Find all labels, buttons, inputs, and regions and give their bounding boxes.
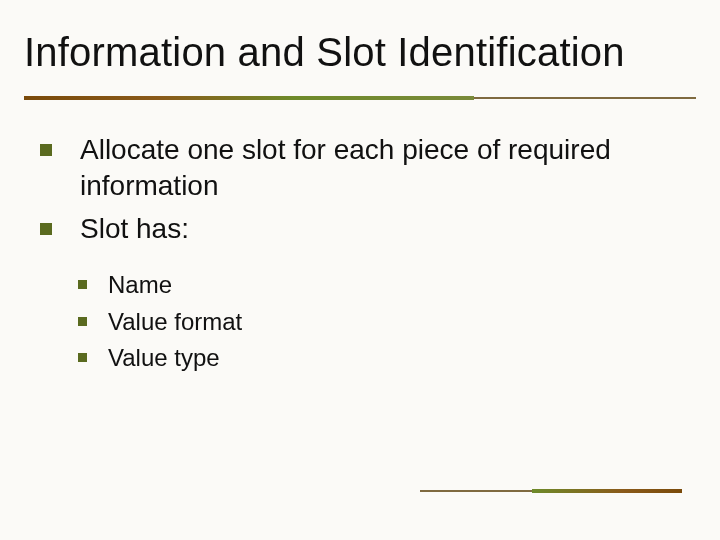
bullet-list-level2: Name Value format Value type xyxy=(40,269,680,374)
bullet-list-level1: Allocate one slot for each piece of requ… xyxy=(40,132,680,247)
slide-title: Information and Slot Identification xyxy=(24,30,696,75)
list-item: Slot has: xyxy=(40,211,680,247)
title-divider xyxy=(24,96,696,102)
list-item: Value type xyxy=(78,342,680,374)
slide-body: Allocate one slot for each piece of requ… xyxy=(40,132,680,378)
list-item: Allocate one slot for each piece of requ… xyxy=(40,132,680,205)
slide: Information and Slot Identification Allo… xyxy=(0,0,720,540)
footer-divider xyxy=(420,489,682,494)
list-item: Value format xyxy=(78,306,680,338)
list-item: Name xyxy=(78,269,680,301)
